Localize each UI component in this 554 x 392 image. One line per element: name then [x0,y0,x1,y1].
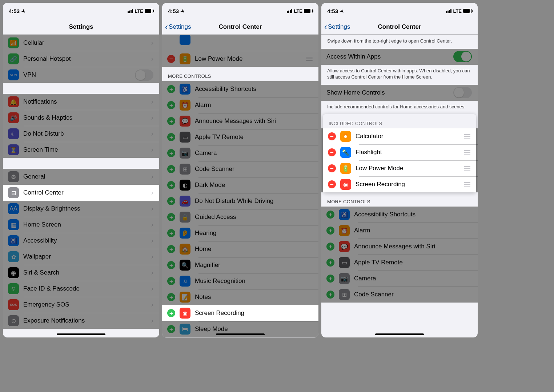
app-icon: ⊟ [8,187,19,198]
row-label: Do Not Disturb While Driving [195,197,313,205]
remove-button[interactable]: − [328,180,336,188]
row-alarm[interactable]: +⏰Alarm [321,223,478,239]
row-home[interactable]: +🏠Home [162,241,318,257]
page-title: Settings [3,23,159,31]
remove-button[interactable]: − [328,164,336,172]
row-code-scanner[interactable]: +⊞Code Scanner [162,161,318,177]
status-time: 4:53 [9,8,20,14]
remove-button[interactable]: − [328,148,336,156]
row-screen-time[interactable]: ⏳Screen Time› [3,142,159,158]
drag-handle[interactable] [306,57,313,61]
add-button[interactable]: + [167,85,175,93]
add-button[interactable]: + [326,275,334,283]
battery-icon [304,9,313,13]
remove-button[interactable]: − [328,132,336,140]
row-home-screen[interactable]: ▦Home Screen› [3,217,159,233]
home-indicator[interactable] [57,333,105,335]
drag-handle[interactable] [464,182,470,187]
chevron-right-icon: › [151,130,153,138]
row-screen-recording[interactable]: +◉Screen Recording [162,305,318,321]
row-label: Screen Recording [195,309,313,317]
toggle[interactable] [453,87,472,98]
back-button[interactable]: ‹Settings [162,23,191,31]
row-accessibility-shortcuts[interactable]: +♿Accessibility Shortcuts [162,81,318,97]
row-access-within-apps[interactable]: Access Within Apps [321,49,478,65]
row-apple-tv-remote[interactable]: +▭Apple TV Remote [321,255,478,271]
row-notifications[interactable]: 🔔Notifications› [3,94,159,110]
row-personal-hotspot[interactable]: 🔗Personal Hotspot› [3,51,159,67]
row-announce-messages-with-siri[interactable]: +💬Announce Messages with Siri [321,239,478,255]
app-icon: 🛏 [180,324,190,335]
drag-handle[interactable] [464,166,470,171]
drag-handle[interactable] [464,150,470,155]
row-wallpaper[interactable]: ✿Wallpaper› [3,249,159,265]
add-button[interactable]: + [167,117,175,125]
add-button[interactable]: + [167,309,175,317]
add-button[interactable]: + [167,197,175,205]
add-button[interactable]: + [167,101,175,109]
row-low-power-mode[interactable]: −🔋Low Power Mode [323,160,476,176]
drag-handle[interactable] [464,134,470,139]
row-low-power-mode[interactable]: −🔋Low Power Mode [162,51,318,67]
remove-button[interactable]: − [167,55,175,63]
row-magnifier[interactable]: +🔍Magnifier [162,257,318,273]
row-announce-messages-with-siri[interactable]: +💬Announce Messages with Siri [162,113,318,129]
add-button[interactable]: + [326,259,334,267]
chevron-right-icon: › [151,253,153,261]
row-flashlight[interactable]: −🔦Flashlight [323,144,476,160]
row-apple-tv-remote[interactable]: +▭Apple TV Remote [162,129,318,145]
app-icon: ☺ [8,283,19,294]
row-accessibility-shortcuts[interactable]: +♿Accessibility Shortcuts [321,207,478,223]
row-notes[interactable]: +📝Notes [162,289,318,305]
row-alarm[interactable]: +⏰Alarm [162,97,318,113]
add-button[interactable]: + [167,293,175,301]
add-button[interactable]: + [167,229,175,237]
add-button[interactable]: + [167,261,175,269]
row-calculator[interactable]: −🖩Calculator [323,128,476,144]
add-button[interactable]: + [326,211,334,219]
add-button[interactable]: + [326,227,334,235]
row-exposure-notifications[interactable]: ⊙Exposure Notifications› [3,313,159,329]
add-button[interactable]: + [167,325,175,333]
row-label: Face ID & Passcode [23,285,151,292]
add-button[interactable]: + [167,165,175,173]
row-music-recognition[interactable]: +♫Music Recognition [162,273,318,289]
row-camera[interactable]: +📷Camera [321,271,478,287]
row-camera[interactable]: +📷Camera [162,145,318,161]
add-button[interactable]: + [167,245,175,253]
row-siri-search[interactable]: ◉Siri & Search› [3,265,159,281]
row-emergency-sos[interactable]: SOSEmergency SOS› [3,297,159,313]
add-button[interactable]: + [167,149,175,157]
toggle[interactable] [135,69,153,81]
row-screen-recording[interactable]: −◉Screen Recording [323,176,476,192]
row-do-not-disturb-while-driving[interactable]: +🚗Do Not Disturb While Driving [162,193,318,209]
row-vpn[interactable]: VPNVPN [3,67,159,83]
row-sounds-haptics[interactable]: 🔊Sounds & Haptics› [3,110,159,126]
app-icon: 🔋 [340,163,351,174]
add-button[interactable]: + [167,277,175,285]
row-hearing[interactable]: +👂Hearing [162,225,318,241]
row-show-home-controls[interactable]: Show Home Controls [321,85,478,101]
chevron-right-icon: › [151,146,153,154]
row-cellular[interactable]: 📶Cellular› [3,35,159,51]
back-button[interactable]: ‹Settings [321,23,350,31]
add-button[interactable]: + [326,291,334,299]
add-button[interactable]: + [167,181,175,189]
chevron-right-icon: › [151,114,153,122]
nav-bar: Settings [3,19,159,35]
row-dark-mode[interactable]: +◐Dark Mode [162,177,318,193]
toggle[interactable] [453,51,472,62]
add-button[interactable]: + [326,243,334,251]
row-do-not-disturb[interactable]: ☾Do Not Disturb› [3,126,159,142]
row-general[interactable]: ⚙General› [3,169,159,185]
row-face-id-passcode[interactable]: ☺Face ID & Passcode› [3,281,159,297]
row-display-brightness[interactable]: AADisplay & Brightness› [3,201,159,217]
row-guided-access[interactable]: +🔒Guided Access [162,209,318,225]
home-indicator[interactable] [216,333,265,335]
row-accessibility[interactable]: ♿Accessibility› [3,233,159,249]
add-button[interactable]: + [167,133,175,141]
home-indicator[interactable] [375,333,424,335]
add-button[interactable]: + [167,213,175,221]
row-control-center[interactable]: ⊟Control Center› [3,185,159,201]
row-code-scanner[interactable]: +⊞Code Scanner [321,287,478,303]
